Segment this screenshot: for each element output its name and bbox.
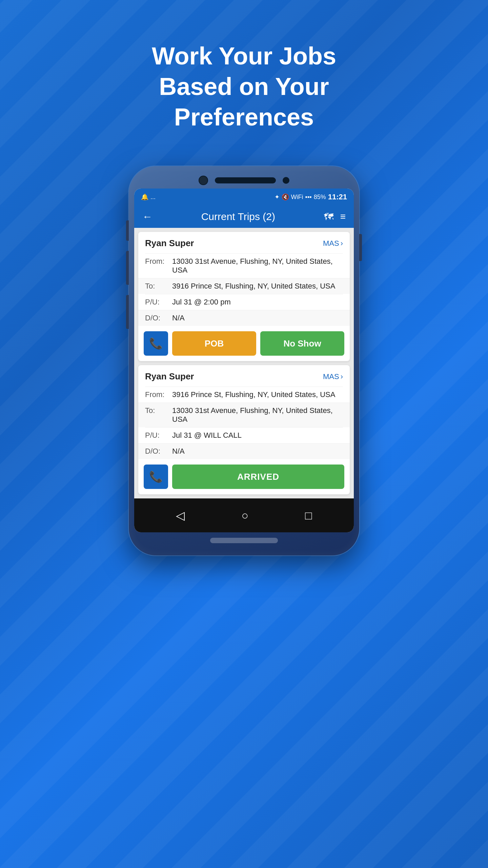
trip-2-name: Ryan Super [145,371,194,382]
phone-home-bar-area [134,532,354,546]
trip-1-mas-label: MAS [323,239,339,248]
trip-1-header: Ryan Super MAS › [138,232,350,253]
trip-2-to-row: To: 13030 31st Avenue, Flushing, NY, Uni… [138,402,350,427]
trip-1-call-button[interactable]: 📞 [144,331,168,356]
trip-2-mas-label: MAS [323,372,339,381]
map-icon[interactable]: 🗺 [324,211,333,222]
trip-1-from-row: From: 13030 31st Avenue, Flushing, NY, U… [145,253,343,278]
app-header: ← Current Trips (2) 🗺 ≡ [134,205,354,228]
bluetooth-icon: ✦ [274,193,280,201]
wifi-icon: WiFi [291,194,303,201]
trip-1-do-value: N/A [172,314,343,322]
home-bar [210,538,278,543]
trip-1-pu-row: P/U: Jul 31 @ 2:00 pm [145,294,343,310]
phone-icon: 📞 [149,337,163,350]
trip-2-from-value: 3916 Prince St, Flushing, NY, United Sta… [172,390,343,399]
trip-1-pu-value: Jul 31 @ 2:00 pm [172,298,343,307]
trip-2-do-value: N/A [172,447,343,456]
trip-2-details: From: 3916 Prince St, Flushing, NY, Unit… [138,387,350,459]
phone-shell: 🔔 ... ✦ 🔇 WiFi ▪▪▪ 85% 11:21 ← Current T… [129,166,359,555]
headline-line2: Based on Your [152,71,336,102]
header-action-icons: 🗺 ≡ [324,211,346,222]
trip-1-mas[interactable]: MAS › [323,239,343,248]
status-bar-right: ✦ 🔇 WiFi ▪▪▪ 85% 11:21 [274,193,347,201]
phone-mockup: 🔔 ... ✦ 🔇 WiFi ▪▪▪ 85% 11:21 ← Current T… [129,166,359,555]
trip-1-pob-button[interactable]: POB [172,331,256,356]
trip-card-1: Ryan Super MAS › From: 13030 31st Avenue… [138,232,350,361]
trip-1-to-label: To: [145,282,172,291]
phone-icon-2: 📞 [149,470,163,483]
trip-2-pu-row: P/U: Jul 31 @ WILL CALL [145,427,343,443]
trip-2-from-row: From: 3916 Prince St, Flushing, NY, Unit… [145,387,343,402]
trips-list: Ryan Super MAS › From: 13030 31st Avenue… [134,228,354,498]
recents-nav-button[interactable]: □ [305,509,312,522]
trip-1-mas-arrow: › [341,239,343,248]
trip-2-do-row: D/O: N/A [138,443,350,459]
phone-screen: 🔔 ... ✦ 🔇 WiFi ▪▪▪ 85% 11:21 ← Current T… [134,189,354,532]
trip-1-noshow-button[interactable]: No Show [260,331,344,356]
battery-level: 85% [314,194,326,201]
mute-icon: 🔇 [282,193,289,201]
mute-button [126,220,129,241]
trip-2-mas[interactable]: MAS › [323,372,343,381]
trip-1-do-row: D/O: N/A [138,310,350,326]
headline-line3: Preferences [152,102,336,132]
phone-top-camera-area [134,176,354,185]
status-bar-left: 🔔 ... [141,193,156,201]
trip-1-details: From: 13030 31st Avenue, Flushing, NY, U… [138,253,350,326]
trip-1-to-value: 3916 Prince St, Flushing, NY, United Sta… [172,282,343,291]
status-dots: ... [150,194,156,201]
back-nav-button[interactable]: ◁ [176,509,185,522]
trip-card-2: Ryan Super MAS › From: 3916 Prince St, F… [138,365,350,494]
trip-2-from-label: From: [145,390,172,399]
trip-1-name: Ryan Super [145,238,194,249]
header-title: Current Trips (2) [201,211,275,222]
trip-2-actions: 📞 ARRIVED [138,459,350,494]
headline-line1: Work Your Jobs [152,41,336,71]
volume-up-button [126,251,129,285]
trip-1-from-value: 13030 31st Avenue, Flushing, NY, United … [172,257,343,275]
signal-icon: ▪▪▪ [305,194,312,201]
volume-down-button [126,295,129,329]
trip-2-arrived-button[interactable]: ARRIVED [172,465,344,489]
power-button [359,234,362,261]
speaker [215,177,276,183]
filter-icon[interactable]: ≡ [340,211,346,222]
home-nav-button[interactable]: ○ [241,509,248,522]
trip-1-do-label: D/O: [145,314,172,322]
system-nav-bar: ◁ ○ □ [134,498,354,532]
trip-2-to-label: To: [145,406,172,415]
time-display: 11:21 [328,193,347,201]
front-camera [199,176,208,185]
camera-sensor [283,177,289,184]
trip-2-to-value: 13030 31st Avenue, Flushing, NY, United … [172,406,343,424]
status-bar: 🔔 ... ✦ 🔇 WiFi ▪▪▪ 85% 11:21 [134,189,354,205]
trip-2-pu-value: Jul 31 @ WILL CALL [172,431,343,440]
trip-2-pu-label: P/U: [145,431,172,440]
trip-2-mas-arrow: › [341,372,343,381]
trip-2-do-label: D/O: [145,447,172,456]
back-button[interactable]: ← [142,211,152,222]
trip-2-header: Ryan Super MAS › [138,365,350,387]
trip-1-to-row: To: 3916 Prince St, Flushing, NY, United… [138,278,350,294]
trip-1-pu-label: P/U: [145,298,172,307]
trip-2-call-button[interactable]: 📞 [144,465,168,489]
headline-container: Work Your Jobs Based on Your Preferences [152,41,336,132]
trip-1-from-label: From: [145,257,172,266]
trip-1-actions: 📞 POB No Show [138,326,350,361]
notification-icons: 🔔 [141,193,148,201]
